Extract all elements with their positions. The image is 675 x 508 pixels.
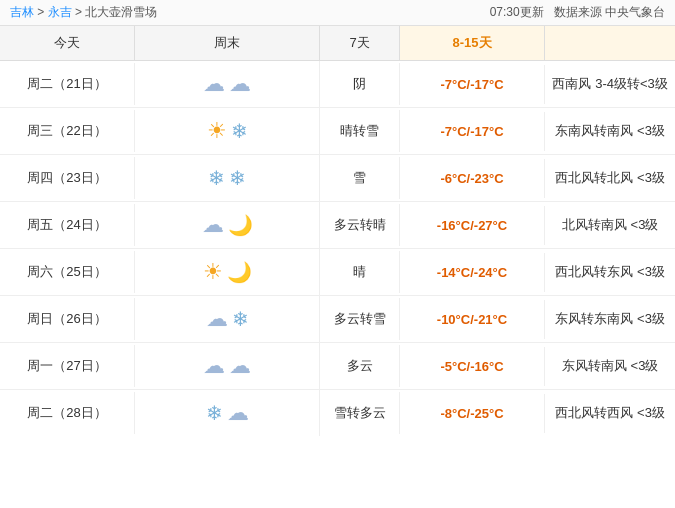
top-info: 07:30更新 数据来源 中央气象台: [490, 4, 665, 21]
temperature: -14°C/-24°C: [400, 253, 545, 292]
table-row: 周三（22日） ☀ ❄ 晴转雪 -7°C/-17°C 东南风转南风 <3级: [0, 108, 675, 155]
weather-icon-2: ☁: [229, 73, 251, 95]
table-row: 周日（26日） ☁ ❄ 多云转雪 -10°C/-21°C 东风转东南风 <3级: [0, 296, 675, 343]
wind-info: 西北风转西风 <3级: [545, 392, 675, 434]
wind-info: 东风转东南风 <3级: [545, 298, 675, 340]
wind-level: <3级: [637, 263, 665, 281]
wind-direction: 东风转南风: [562, 357, 627, 375]
weather-icon-2: ❄: [232, 308, 249, 330]
weather-desc: 多云: [320, 345, 400, 387]
weather-icon-1: ☁: [206, 308, 228, 330]
table-row: 周五（24日） ☁ 🌙 多云转晴 -16°C/-27°C 北风转南风 <3级: [0, 202, 675, 249]
wind-level: <3级: [631, 357, 659, 375]
day-label: 周二（28日）: [0, 392, 135, 434]
weather-icon-2: 🌙: [227, 261, 252, 283]
wind-info: 东南风转南风 <3级: [545, 110, 675, 152]
day-label: 周日（26日）: [0, 298, 135, 340]
weather-desc: 阴: [320, 63, 400, 105]
table-row: 周六（25日） ☀ 🌙 晴 -14°C/-24°C 西北风转东风 <3级: [0, 249, 675, 296]
weather-icons: ❄ ❄: [135, 155, 320, 201]
temperature: -7°C/-17°C: [400, 65, 545, 104]
wind-direction: 东风转东南风: [555, 310, 633, 328]
weather-icon-1: ❄: [208, 167, 225, 189]
wind-info: 西南风 3-4级转<3级: [545, 63, 675, 105]
wind-info: 东风转南风 <3级: [545, 345, 675, 387]
weather-icons: ☀ 🌙: [135, 249, 320, 295]
wind-level: <3级: [637, 122, 665, 140]
header-8to15days: 8-15天: [400, 26, 545, 60]
weather-icon-1: ☁: [202, 214, 224, 236]
weather-icon-2: ☁: [229, 355, 251, 377]
weather-icon-2: ❄: [229, 167, 246, 189]
wind-level: <3级: [637, 169, 665, 187]
temperature: -10°C/-21°C: [400, 300, 545, 339]
wind-level: <3级: [637, 404, 665, 422]
weather-icons: ☁ ☁: [135, 61, 320, 107]
weather-icon-2: ☁: [227, 402, 249, 424]
breadcrumb: 吉林 > 永吉 > 北大壶滑雪场: [10, 4, 157, 21]
wind-direction: 北风转南风: [562, 216, 627, 234]
wind-info: 西北风转东风 <3级: [545, 251, 675, 293]
weather-desc: 晴转雪: [320, 110, 400, 152]
table-row: 周四（23日） ❄ ❄ 雪 -6°C/-23°C 西北风转北风 <3级: [0, 155, 675, 202]
wind-level: <3级: [631, 216, 659, 234]
header-today: 今天: [0, 26, 135, 60]
temperature: -6°C/-23°C: [400, 159, 545, 198]
wind-direction: 东南风转南风: [555, 122, 633, 140]
weather-icons: ☁ ☁: [135, 343, 320, 389]
wind-direction: 西北风转西风: [555, 404, 633, 422]
wind-info: 西北风转北风 <3级: [545, 157, 675, 199]
temperature: -5°C/-16°C: [400, 347, 545, 386]
weather-table: 周二（21日） ☁ ☁ 阴 -7°C/-17°C 西南风 3-4级转<3级 周三…: [0, 61, 675, 436]
wind-direction: 西南风: [552, 75, 591, 93]
day-label: 周六（25日）: [0, 251, 135, 293]
wind-direction: 西北风转东风: [555, 263, 633, 281]
weather-icon-1: ☁: [203, 73, 225, 95]
day-label: 周二（21日）: [0, 63, 135, 105]
table-row: 周二（28日） ❄ ☁ 雪转多云 -8°C/-25°C 西北风转西风 <3级: [0, 390, 675, 436]
day-label: 周四（23日）: [0, 157, 135, 199]
header-7days: 7天: [320, 26, 400, 60]
weather-desc: 多云转雪: [320, 298, 400, 340]
weather-icons: ☁ 🌙: [135, 202, 320, 248]
header-weekend: 周末: [135, 26, 320, 60]
weather-desc: 晴: [320, 251, 400, 293]
wind-level: <3级: [637, 310, 665, 328]
weather-icon-1: ☀: [203, 261, 223, 283]
weather-icon-2: 🌙: [228, 214, 253, 236]
wind-direction: 西北风转北风: [555, 169, 633, 187]
header-extra: [545, 26, 675, 60]
wind-info: 北风转南风 <3级: [545, 204, 675, 246]
weather-desc: 雪转多云: [320, 392, 400, 434]
weather-desc: 雪: [320, 157, 400, 199]
breadcrumb-current: 北大壶滑雪场: [85, 5, 157, 19]
day-label: 周三（22日）: [0, 110, 135, 152]
breadcrumb-jilin[interactable]: 吉林: [10, 5, 34, 19]
breadcrumb-yongji[interactable]: 永吉: [48, 5, 72, 19]
weather-icon-1: ❄: [206, 402, 223, 424]
temperature: -16°C/-27°C: [400, 206, 545, 245]
day-label: 周五（24日）: [0, 204, 135, 246]
temperature: -7°C/-17°C: [400, 112, 545, 151]
weather-icon-1: ☀: [207, 120, 227, 142]
weather-icon-2: ❄: [231, 120, 248, 142]
temperature: -8°C/-25°C: [400, 394, 545, 433]
data-source: 数据来源 中央气象台: [554, 4, 665, 21]
day-label: 周一（27日）: [0, 345, 135, 387]
table-row: 周二（21日） ☁ ☁ 阴 -7°C/-17°C 西南风 3-4级转<3级: [0, 61, 675, 108]
weather-desc: 多云转晴: [320, 204, 400, 246]
weather-icon-1: ☁: [203, 355, 225, 377]
weather-icons: ☁ ❄: [135, 296, 320, 342]
wind-level: 3-4级转<3级: [595, 75, 668, 93]
weather-icons: ☀ ❄: [135, 108, 320, 154]
weather-icons: ❄ ☁: [135, 390, 320, 436]
update-time: 07:30更新: [490, 4, 544, 21]
table-header: 今天 周末 7天 8-15天: [0, 26, 675, 61]
table-row: 周一（27日） ☁ ☁ 多云 -5°C/-16°C 东风转南风 <3级: [0, 343, 675, 390]
